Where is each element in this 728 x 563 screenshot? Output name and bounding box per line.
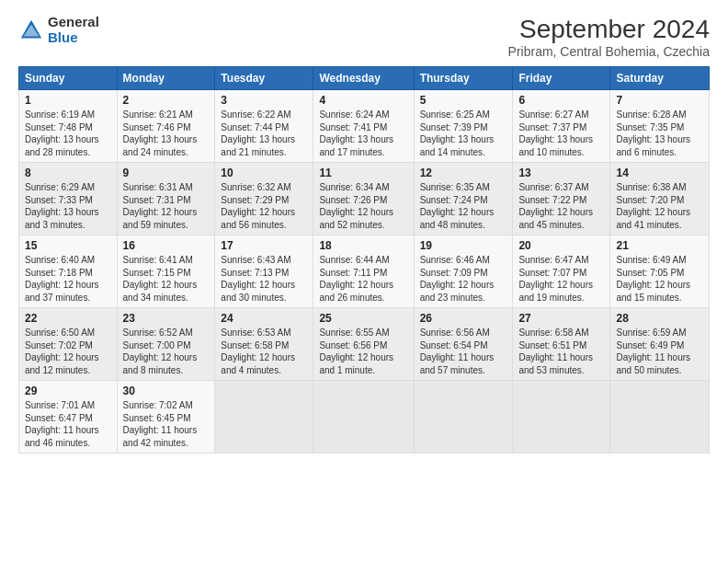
calendar-cell: 4Sunrise: 6:24 AMSunset: 7:41 PMDaylight… [313, 90, 414, 163]
calendar-cell: 29Sunrise: 7:01 AMSunset: 6:47 PMDayligh… [19, 381, 118, 454]
calendar-cell: 23Sunrise: 6:52 AMSunset: 7:00 PMDayligh… [117, 308, 215, 381]
calendar-cell: 21Sunrise: 6:49 AMSunset: 7:05 PMDayligh… [610, 236, 710, 308]
cell-info: Sunrise: 6:24 AMSunset: 7:41 PMDaylight:… [319, 109, 407, 158]
cell-info: Sunrise: 6:56 AMSunset: 6:54 PMDaylight:… [420, 327, 507, 376]
title-block: September 2024 Pribram, Central Bohemia,… [508, 15, 710, 59]
day-number: 5 [420, 94, 507, 107]
page: General Blue September 2024 Pribram, Cen… [0, 0, 728, 563]
calendar-cell: 26Sunrise: 6:56 AMSunset: 6:54 PMDayligh… [414, 308, 513, 381]
calendar-cell: 18Sunrise: 6:44 AMSunset: 7:11 PMDayligh… [313, 236, 414, 308]
cell-info: Sunrise: 6:31 AMSunset: 7:31 PMDaylight:… [123, 181, 210, 231]
calendar-cell [513, 381, 610, 454]
day-number: 16 [123, 239, 210, 252]
calendar-cell: 6Sunrise: 6:27 AMSunset: 7:37 PMDaylight… [513, 90, 610, 163]
day-number: 30 [123, 385, 210, 397]
calendar-week-row: 22Sunrise: 6:50 AMSunset: 7:02 PMDayligh… [19, 308, 710, 381]
cell-info: Sunrise: 6:58 AMSunset: 6:51 PMDaylight:… [518, 327, 604, 376]
cell-info: Sunrise: 6:40 AMSunset: 7:18 PMDaylight:… [25, 254, 111, 304]
calendar-cell: 20Sunrise: 6:47 AMSunset: 7:07 PMDayligh… [513, 236, 610, 308]
cell-info: Sunrise: 6:43 AMSunset: 7:13 PMDaylight:… [221, 254, 307, 304]
day-number: 8 [25, 167, 111, 179]
calendar-cell: 27Sunrise: 6:58 AMSunset: 6:51 PMDayligh… [513, 308, 610, 381]
calendar-cell: 13Sunrise: 6:37 AMSunset: 7:22 PMDayligh… [513, 163, 610, 236]
calendar-cell [313, 381, 414, 454]
calendar-cell: 19Sunrise: 6:46 AMSunset: 7:09 PMDayligh… [414, 236, 513, 308]
logo-blue: Blue [48, 30, 99, 46]
day-of-week-header: Monday [117, 67, 215, 90]
day-number: 17 [221, 239, 307, 252]
cell-info: Sunrise: 7:02 AMSunset: 6:45 PMDaylight:… [123, 399, 210, 449]
day-number: 13 [518, 167, 604, 179]
calendar-cell: 25Sunrise: 6:55 AMSunset: 6:56 PMDayligh… [313, 308, 414, 381]
day-of-week-header: Thursday [414, 67, 513, 90]
day-number: 22 [25, 312, 111, 325]
calendar-cell: 1Sunrise: 6:19 AMSunset: 7:48 PMDaylight… [19, 90, 118, 163]
logo-icon [18, 17, 44, 43]
day-number: 12 [420, 167, 507, 179]
cell-info: Sunrise: 7:01 AMSunset: 6:47 PMDaylight:… [25, 399, 111, 449]
cell-info: Sunrise: 6:59 AMSunset: 6:49 PMDaylight:… [616, 327, 703, 376]
day-number: 28 [616, 312, 703, 325]
day-number: 3 [221, 94, 307, 107]
calendar-week-row: 8Sunrise: 6:29 AMSunset: 7:33 PMDaylight… [19, 163, 710, 236]
cell-info: Sunrise: 6:47 AMSunset: 7:07 PMDaylight:… [518, 254, 604, 304]
day-number: 2 [123, 94, 210, 107]
cell-info: Sunrise: 6:25 AMSunset: 7:39 PMDaylight:… [420, 109, 507, 158]
cell-info: Sunrise: 6:32 AMSunset: 7:29 PMDaylight:… [221, 181, 307, 231]
cell-info: Sunrise: 6:41 AMSunset: 7:15 PMDaylight:… [123, 254, 210, 304]
day-number: 24 [221, 312, 307, 325]
day-number: 11 [319, 167, 407, 179]
day-number: 19 [420, 239, 507, 252]
day-number: 25 [319, 312, 407, 325]
day-number: 29 [25, 385, 111, 397]
day-of-week-header: Wednesday [313, 67, 414, 90]
calendar-cell: 9Sunrise: 6:31 AMSunset: 7:31 PMDaylight… [117, 163, 215, 236]
day-number: 21 [616, 239, 703, 252]
calendar-cell: 3Sunrise: 6:22 AMSunset: 7:44 PMDaylight… [215, 90, 313, 163]
header: General Blue September 2024 Pribram, Cen… [18, 15, 710, 59]
day-number: 20 [518, 239, 604, 252]
cell-info: Sunrise: 6:55 AMSunset: 6:56 PMDaylight:… [319, 327, 407, 376]
cell-info: Sunrise: 6:38 AMSunset: 7:20 PMDaylight:… [616, 181, 703, 231]
calendar-cell [610, 381, 710, 454]
calendar-cell: 28Sunrise: 6:59 AMSunset: 6:49 PMDayligh… [610, 308, 710, 381]
calendar-week-row: 15Sunrise: 6:40 AMSunset: 7:18 PMDayligh… [19, 236, 710, 308]
cell-info: Sunrise: 6:29 AMSunset: 7:33 PMDaylight:… [25, 181, 111, 231]
calendar-cell: 2Sunrise: 6:21 AMSunset: 7:46 PMDaylight… [117, 90, 215, 163]
cell-info: Sunrise: 6:52 AMSunset: 7:00 PMDaylight:… [123, 327, 210, 376]
calendar-header-row: SundayMondayTuesdayWednesdayThursdayFrid… [19, 67, 710, 90]
cell-info: Sunrise: 6:49 AMSunset: 7:05 PMDaylight:… [616, 254, 703, 304]
calendar-week-row: 29Sunrise: 7:01 AMSunset: 6:47 PMDayligh… [19, 381, 710, 454]
cell-info: Sunrise: 6:22 AMSunset: 7:44 PMDaylight:… [221, 109, 307, 158]
cell-info: Sunrise: 6:37 AMSunset: 7:22 PMDaylight:… [518, 181, 604, 231]
day-number: 18 [319, 239, 407, 252]
day-of-week-header: Tuesday [215, 67, 313, 90]
calendar-cell: 15Sunrise: 6:40 AMSunset: 7:18 PMDayligh… [19, 236, 118, 308]
cell-info: Sunrise: 6:44 AMSunset: 7:11 PMDaylight:… [319, 254, 407, 304]
day-number: 27 [518, 312, 604, 325]
cell-info: Sunrise: 6:53 AMSunset: 6:58 PMDaylight:… [221, 327, 307, 376]
calendar-cell: 16Sunrise: 6:41 AMSunset: 7:15 PMDayligh… [117, 236, 215, 308]
cell-info: Sunrise: 6:28 AMSunset: 7:35 PMDaylight:… [616, 109, 703, 158]
calendar-table: SundayMondayTuesdayWednesdayThursdayFrid… [18, 66, 710, 454]
cell-info: Sunrise: 6:19 AMSunset: 7:48 PMDaylight:… [25, 109, 111, 158]
calendar-cell: 22Sunrise: 6:50 AMSunset: 7:02 PMDayligh… [19, 308, 118, 381]
day-number: 1 [25, 94, 111, 107]
month-year: September 2024 [508, 15, 710, 44]
day-of-week-header: Sunday [19, 67, 118, 90]
calendar-cell [215, 381, 313, 454]
cell-info: Sunrise: 6:50 AMSunset: 7:02 PMDaylight:… [25, 327, 111, 376]
day-number: 26 [420, 312, 507, 325]
day-number: 14 [616, 167, 703, 179]
calendar-cell: 24Sunrise: 6:53 AMSunset: 6:58 PMDayligh… [215, 308, 313, 381]
day-of-week-header: Friday [513, 67, 610, 90]
calendar-cell: 14Sunrise: 6:38 AMSunset: 7:20 PMDayligh… [610, 163, 710, 236]
calendar-week-row: 1Sunrise: 6:19 AMSunset: 7:48 PMDaylight… [19, 90, 710, 163]
day-number: 15 [25, 239, 111, 252]
cell-info: Sunrise: 6:21 AMSunset: 7:46 PMDaylight:… [123, 109, 210, 158]
location: Pribram, Central Bohemia, Czechia [508, 44, 710, 59]
cell-info: Sunrise: 6:34 AMSunset: 7:26 PMDaylight:… [319, 181, 407, 231]
day-of-week-header: Saturday [610, 67, 710, 90]
calendar-cell: 5Sunrise: 6:25 AMSunset: 7:39 PMDaylight… [414, 90, 513, 163]
day-number: 4 [319, 94, 407, 107]
